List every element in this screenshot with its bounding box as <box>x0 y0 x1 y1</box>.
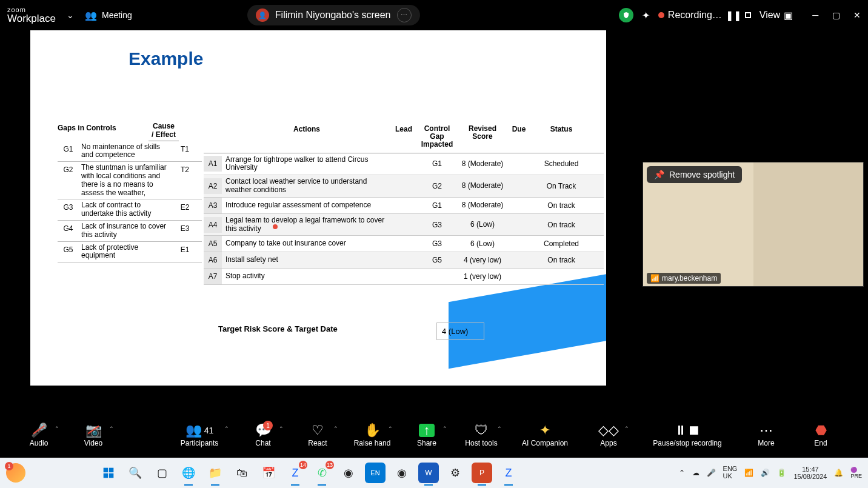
share-options-icon[interactable]: ⋯ <box>397 8 412 22</box>
audio-button[interactable]: ⌃ 🎤 Audio <box>15 422 63 447</box>
microphone-tray-icon[interactable]: 🎤 <box>707 469 716 477</box>
window-controls: ─ ▢ ✕ <box>801 10 861 21</box>
gap-row: G5 Lack of protective equipment E1 <box>58 242 202 263</box>
chevron-up-icon[interactable]: ⌃ <box>109 426 114 432</box>
gap-id: G5 <box>58 242 79 262</box>
wifi-icon[interactable]: 📶 <box>744 469 753 477</box>
chevron-up-icon[interactable]: ⌃ <box>333 426 338 432</box>
more-button[interactable]: ⋯ More <box>742 422 790 447</box>
meeting-label: Meeting <box>102 10 132 20</box>
settings-icon[interactable]: ⚙ <box>445 463 466 483</box>
raise-hand-button[interactable]: ⌃ ✋ Raise hand <box>348 422 396 447</box>
word-icon[interactable]: W <box>418 463 439 483</box>
zoom-client-icon[interactable]: Z <box>498 463 519 483</box>
volume-icon[interactable]: 🔊 <box>761 469 770 477</box>
chat-badge: 1 <box>263 421 273 430</box>
more-icon: ⋯ <box>760 422 773 439</box>
chevron-up-icon[interactable]: ⌃ <box>442 426 447 432</box>
pause-recording-button[interactable]: ⏸⏹ Pause/stop recording <box>639 422 736 447</box>
gap-desc: Lack of insurance to cover this activity <box>79 221 173 241</box>
time-label: 15:47 <box>793 466 827 473</box>
action-id: A7 <box>204 269 222 284</box>
notifications-icon[interactable]: 🔔 <box>834 469 843 477</box>
action-text: Introduce regular assessment of competen… <box>222 199 392 212</box>
pause-stop-icon: ⏸⏹ <box>674 422 701 439</box>
view-button[interactable]: View ▣ <box>760 10 793 21</box>
action-text: Company to take out insurance cover <box>222 237 392 250</box>
action-status: On Track <box>531 182 592 190</box>
action-gap: G1 <box>416 159 458 168</box>
search-icon[interactable]: 🔍 <box>125 463 145 483</box>
chevron-up-icon[interactable]: ⌃ <box>279 426 284 432</box>
close-icon[interactable]: ✕ <box>853 10 861 20</box>
ai-companion-button[interactable]: ✦ AI Companion <box>512 422 578 447</box>
action-score: 6 (Low) <box>458 240 507 248</box>
workplace-menu-chevron-icon[interactable]: ⌄ <box>67 10 74 20</box>
participant-video-tile[interactable]: 📌 Remove spotlight 📶 mary.beckenham <box>643 162 864 287</box>
maximize-icon[interactable]: ▢ <box>832 10 840 20</box>
onedrive-icon[interactable]: ☁ <box>692 469 699 477</box>
col-due: Due <box>507 121 531 153</box>
share-screen-icon: ↑ <box>419 424 435 437</box>
chevron-up-icon[interactable]: ⌃ <box>497 426 502 432</box>
microsoft-store-icon[interactable]: 🛍 <box>232 463 252 483</box>
video-button[interactable]: ⌃ 📷 Video <box>69 422 118 447</box>
clock[interactable]: 15:47 15/08/2024 <box>793 466 827 480</box>
encryption-shield-icon[interactable] <box>619 8 633 22</box>
gaps-header-label: Gaps in Controls <box>58 121 149 141</box>
signal-icon: 📶 <box>650 274 659 282</box>
file-explorer-icon[interactable]: 📁 <box>205 463 225 483</box>
chrome-icon[interactable]: ◉ <box>338 463 359 483</box>
task-view-icon[interactable]: ▢ <box>152 463 172 483</box>
battery-icon[interactable]: 🔋 <box>777 469 786 477</box>
apps-button[interactable]: ⌃ ◇◇ Apps <box>584 422 633 447</box>
end-button[interactable]: ⬣ End <box>796 422 845 447</box>
remove-spotlight-button[interactable]: 📌 Remove spotlight <box>647 166 742 183</box>
action-text: Contact local weather service to underst… <box>222 175 392 197</box>
gap-desc: Lack of protective equipment <box>79 242 173 262</box>
chevron-up-icon[interactable]: ⌃ <box>224 426 229 432</box>
start-icon[interactable] <box>98 463 119 483</box>
zoom-taskbar-icon[interactable]: Z14 <box>285 463 305 483</box>
pin-icon: 📌 <box>654 170 664 179</box>
host-tools-button[interactable]: ⌃ 🛡 Host tools <box>457 422 506 447</box>
whatsapp-icon[interactable]: ✆13 <box>312 463 332 483</box>
zoom-badge: 14 <box>299 461 307 469</box>
minimize-icon[interactable]: ─ <box>812 10 818 20</box>
meeting-button[interactable]: 👥 Meeting <box>85 10 132 21</box>
widgets-icon[interactable]: 1 <box>6 463 25 483</box>
pause-icon[interactable]: ❚❚ <box>726 10 741 21</box>
share-label: Share <box>417 439 436 447</box>
tray-chevron-icon[interactable]: ⌃ <box>679 469 685 477</box>
action-row: A2 Contact local weather service to unde… <box>204 175 604 198</box>
copilot-icon[interactable]: 🟣PRE <box>850 467 862 479</box>
language-indicator[interactable]: ENG UK <box>723 466 738 480</box>
share-button[interactable]: ⌃ ↑ Share <box>402 422 451 447</box>
chevron-up-icon[interactable]: ⌃ <box>388 426 393 432</box>
powerpoint-icon[interactable]: P <box>472 463 492 483</box>
chrome2-icon[interactable]: ◉ <box>392 463 412 483</box>
gap-cause-effect: E2 <box>173 199 197 220</box>
calendar-icon[interactable]: 📅 <box>258 463 279 483</box>
zoom-logo-large: Workplace <box>7 13 56 24</box>
edge-icon[interactable]: 🌐 <box>178 463 199 483</box>
react-label: React <box>308 439 327 447</box>
react-button[interactable]: ⌃ ♡ React <box>293 422 342 447</box>
top-right-controls: ✦ Recording… ❚❚ View ▣ ─ ▢ ✕ <box>619 8 861 22</box>
recording-indicator[interactable]: Recording… ❚❚ <box>658 10 751 21</box>
video-label: Video <box>84 439 102 447</box>
screen-share-pill[interactable]: 👤 Filimin Niyongabo's screen ⋯ <box>247 5 420 25</box>
participants-button[interactable]: ⌃ 👥 41 Participants <box>166 422 233 447</box>
chat-button[interactable]: ⌃ 1 💬 Chat <box>239 422 287 447</box>
ai-sparkle-icon[interactable]: ✦ <box>642 10 650 21</box>
chevron-up-icon[interactable]: ⌃ <box>624 426 629 432</box>
svg-rect-0 <box>104 468 109 473</box>
gaps-header-row: Gaps in Controls Cause / Effect <box>58 121 202 141</box>
stop-icon[interactable] <box>745 12 751 18</box>
gap-cause-effect: T2 <box>173 162 197 199</box>
chevron-up-icon[interactable]: ⌃ <box>55 426 59 432</box>
language-app-icon[interactable]: EN <box>365 463 386 483</box>
heart-icon: ♡ <box>312 422 324 439</box>
shared-slide: Example Gaps in Controls Cause / Effect … <box>30 30 606 386</box>
action-row: A5 Company to take out insurance cover G… <box>204 236 604 252</box>
